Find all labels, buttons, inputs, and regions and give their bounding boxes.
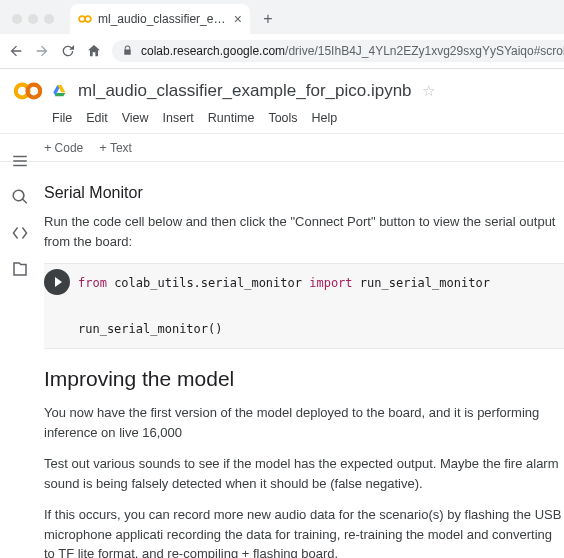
arrow-left-icon: [8, 43, 24, 59]
home-button[interactable]: [86, 42, 102, 60]
notebook-title[interactable]: ml_audio_classifier_example_for_pico.ipy…: [78, 81, 412, 101]
address-bar-area: colab.research.google.com/drive/15IhB4J_…: [0, 34, 564, 69]
browser-tab[interactable]: ml_audio_classifier_example_ ×: [70, 4, 250, 34]
search-icon[interactable]: [11, 188, 29, 206]
paragraph: Test out various sounds to see if the mo…: [44, 454, 564, 493]
section-heading: Serial Monitor: [44, 184, 564, 202]
add-code-button[interactable]: +Code: [44, 140, 83, 155]
menu-bar: File Edit View Insert Runtime Tools Help: [14, 105, 550, 133]
url-text: colab.research.google.com/drive/15IhB4J_…: [141, 44, 564, 58]
run-cell-button[interactable]: [44, 269, 70, 295]
close-icon[interactable]: ×: [234, 11, 242, 27]
back-button[interactable]: [8, 42, 24, 60]
arrow-right-icon: [34, 43, 50, 59]
window-buttons: [12, 14, 54, 24]
paragraph: Run the code cell below and then click t…: [44, 212, 564, 251]
tab-bar: ml_audio_classifier_example_ × +: [0, 0, 564, 34]
code-editor[interactable]: from colab_utils.serial_monitor import r…: [44, 263, 564, 349]
star-icon[interactable]: ☆: [422, 82, 435, 100]
add-text-button[interactable]: +Text: [99, 140, 132, 155]
reload-button[interactable]: [60, 42, 76, 60]
lock-icon: [122, 45, 133, 58]
toolbar: +Code +Text: [0, 133, 564, 162]
window-close[interactable]: [12, 14, 22, 24]
home-icon: [86, 43, 102, 59]
new-tab-button[interactable]: +: [256, 7, 280, 31]
colab-header: ml_audio_classifier_example_for_pico.ipy…: [0, 69, 564, 133]
menu-tools[interactable]: Tools: [268, 111, 297, 125]
menu-insert[interactable]: Insert: [163, 111, 194, 125]
browser-chrome: ml_audio_classifier_example_ × + colab.r…: [0, 0, 564, 69]
section-heading: Improving the model: [44, 367, 564, 391]
paragraph: If this occurs, you can record more new …: [44, 505, 564, 558]
paragraph: You now have the first version of the mo…: [44, 403, 564, 442]
menu-help[interactable]: Help: [312, 111, 338, 125]
toc-icon[interactable]: [11, 152, 29, 170]
menu-runtime[interactable]: Runtime: [208, 111, 255, 125]
menu-edit[interactable]: Edit: [86, 111, 108, 125]
files-icon[interactable]: [11, 260, 29, 278]
header-row: ml_audio_classifier_example_for_pico.ipy…: [14, 77, 550, 105]
colab-favicon-icon: [78, 12, 92, 26]
colab-logo-icon[interactable]: [14, 77, 42, 105]
window-max[interactable]: [44, 14, 54, 24]
reload-icon: [60, 43, 76, 59]
svg-point-1: [85, 16, 91, 22]
window-min[interactable]: [28, 14, 38, 24]
tab-title: ml_audio_classifier_example_: [98, 12, 228, 26]
forward-button[interactable]: [34, 42, 50, 60]
svg-point-3: [27, 85, 40, 98]
play-icon: [55, 277, 62, 287]
snippets-icon[interactable]: [11, 224, 29, 242]
menu-view[interactable]: View: [122, 111, 149, 125]
menu-file[interactable]: File: [52, 111, 72, 125]
address-bar[interactable]: colab.research.google.com/drive/15IhB4J_…: [112, 40, 564, 62]
drive-icon: [52, 83, 68, 99]
notebook-content: Serial Monitor Run the code cell below a…: [0, 162, 564, 558]
left-rail: [0, 142, 40, 278]
code-cell[interactable]: from colab_utils.serial_monitor import r…: [44, 263, 564, 349]
